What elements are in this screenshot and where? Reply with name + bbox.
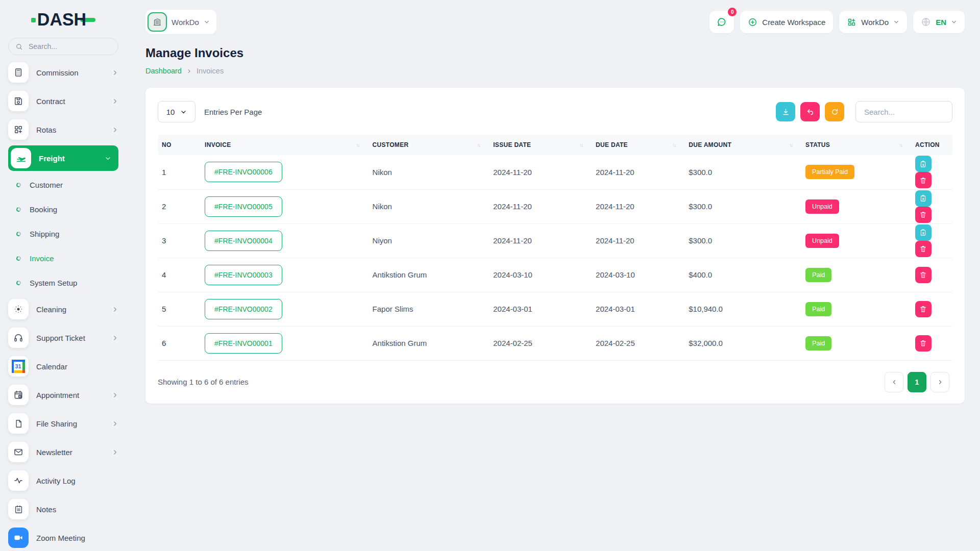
circle-icon [16,231,22,237]
column-header-due-date[interactable]: DUE DATE↑↓ [592,135,684,155]
invoices-table: NO INVOICE↑↓ CUSTOMER↑↓ ISSUE DATE↑↓ DUE… [158,135,952,361]
sidebar-search[interactable] [8,38,118,55]
delete-button[interactable] [915,172,932,188]
column-header-due-amount[interactable]: DUE AMOUNT↑↓ [684,135,801,155]
table-header-row: NO INVOICE↑↓ CUSTOMER↑↓ ISSUE DATE↑↓ DUE… [158,135,952,155]
issue-date-cell: 2024-02-25 [489,326,592,360]
payment-reminder-button[interactable]: $ [915,224,932,241]
calculator-icon [8,62,29,83]
sidebar-item-cleaning[interactable]: Cleaning [8,295,118,323]
customer-cell: Antikstion Grum [369,326,489,360]
issue-date-cell: 2024-11-20 [489,155,592,189]
payment-reminder-button[interactable]: $ [915,190,932,207]
row-number: 4 [158,258,201,292]
due-amount-cell: $32,000.0 [684,326,801,360]
sidebar-subitem-label: Customer [30,181,63,189]
column-header-customer[interactable]: CUSTOMER↑↓ [369,135,489,155]
sort-icon[interactable]: ↑↓ [789,142,797,148]
language-code: EN [936,18,946,27]
sidebar-item-label: Activity Log [36,477,76,485]
sidebar-subitem-shipping[interactable]: Shipping [8,221,118,246]
sort-icon[interactable]: ↑↓ [477,142,485,148]
back-button[interactable] [800,102,820,121]
customer-cell: Nikon [369,155,489,189]
file-icon [8,413,29,434]
invoice-link-button[interactable]: #FRE-INVO00004 [205,231,282,251]
page-title: Manage Invoices [145,46,965,60]
sidebar-subitem-system-setup[interactable]: System Setup [8,270,118,295]
workspace-switcher[interactable]: WorkDo [839,11,907,33]
showing-entries-text: Showing 1 to 6 of 6 entries [158,378,249,386]
invoice-link-button[interactable]: #FRE-INVO00001 [205,333,282,354]
delete-button[interactable] [915,335,932,352]
invoice-link-button[interactable]: #FRE-INVO00006 [205,162,282,182]
export-button[interactable] [776,102,795,121]
column-header-issue-date[interactable]: ISSUE DATE↑↓ [489,135,592,155]
trash-icon [919,271,927,279]
chevron-down-icon [951,19,957,25]
sidebar-item-freight[interactable]: Freight [8,145,118,171]
status-badge: Paid [805,336,831,350]
sort-icon[interactable]: ↑↓ [672,142,680,148]
table-row: 5 #FRE-INVO00002 Fapor Slims 2024-03-01 … [158,292,952,326]
sidebar-item-calendar[interactable]: 31 Calendar [8,352,118,381]
main-area: WorkDo 0 Create Workspace WorkDo [122,0,980,404]
messages-button[interactable]: 0 [709,11,734,33]
invoice-link-button[interactable]: #FRE-INVO00005 [205,196,282,217]
chevron-right-icon [112,98,118,105]
delete-button[interactable] [915,301,932,317]
language-selector[interactable]: EN [913,11,965,33]
sidebar-item-commission[interactable]: Commission [8,58,118,87]
activity-pulse-icon [8,470,29,491]
pagination-next-button[interactable] [930,372,949,392]
column-header-no[interactable]: NO [158,135,201,155]
due-amount-cell: $300.0 [684,223,801,258]
sort-icon[interactable]: ↑↓ [356,142,364,148]
sidebar-item-appointment[interactable]: Appointment [8,381,118,409]
issue-date-cell: 2024-03-10 [489,258,592,292]
chevron-down-icon [893,19,899,25]
circle-icon [16,206,22,212]
refresh-icon [830,108,839,116]
status-badge: Unpaid [805,234,839,248]
sidebar-search-input[interactable] [28,42,111,51]
sidebar-item-contract[interactable]: Contract [8,87,118,115]
pagination-prev-button[interactable] [885,372,903,392]
sidebar-item-support-ticket[interactable]: Support Ticket [8,323,118,352]
table-footer: Showing 1 to 6 of 6 entries 1 [158,372,952,392]
invoice-link-button[interactable]: #FRE-INVO00002 [205,299,282,319]
sidebar-item-rotas[interactable]: Rotas [8,115,118,144]
table-search-input[interactable] [855,101,952,122]
pagination-page-1-button[interactable]: 1 [908,372,926,392]
sidebar-item-notes[interactable]: Notes [8,495,118,523]
app-logo[interactable]: DASH [8,0,118,38]
sort-icon[interactable]: ↑↓ [899,142,907,148]
sidebar-subitem-invoice[interactable]: Invoice [8,246,118,270]
sort-icon[interactable]: ↑↓ [579,142,587,148]
breadcrumb-dashboard-link[interactable]: Dashboard [145,67,182,75]
sidebar-item-file-sharing[interactable]: File Sharing [8,409,118,438]
chat-bubble-icon [716,16,727,28]
sidebar-item-activity-log[interactable]: Activity Log [8,466,118,495]
trash-icon [919,245,927,253]
payment-reminder-button[interactable]: $ [915,156,932,172]
column-header-status[interactable]: STATUS↑↓ [801,135,911,155]
refresh-button[interactable] [825,102,844,121]
create-workspace-button[interactable]: Create Workspace [740,11,833,33]
column-header-invoice[interactable]: INVOICE↑↓ [201,135,369,155]
sidebar-subitem-booking[interactable]: Booking [8,197,118,221]
invoice-link-button[interactable]: #FRE-INVO00003 [205,265,282,285]
invoices-card: 10 Entries Per Page [145,88,965,404]
workspace-selector[interactable]: WorkDo [145,10,216,34]
sidebar-item-zoom-meeting[interactable]: Zoom Meeting [8,523,118,551]
sidebar-subitem-label: Booking [30,205,57,214]
sidebar-subitem-customer[interactable]: Customer [8,172,118,197]
delete-button[interactable] [915,241,932,257]
sidebar-item-newsletter[interactable]: Newsletter [8,438,118,466]
table-toolbar [776,101,952,122]
entries-per-page-select[interactable]: 10 [158,101,195,122]
circle-icon [16,280,22,286]
delete-button[interactable] [915,207,932,223]
chevron-right-icon [112,69,118,76]
delete-button[interactable] [915,267,932,283]
